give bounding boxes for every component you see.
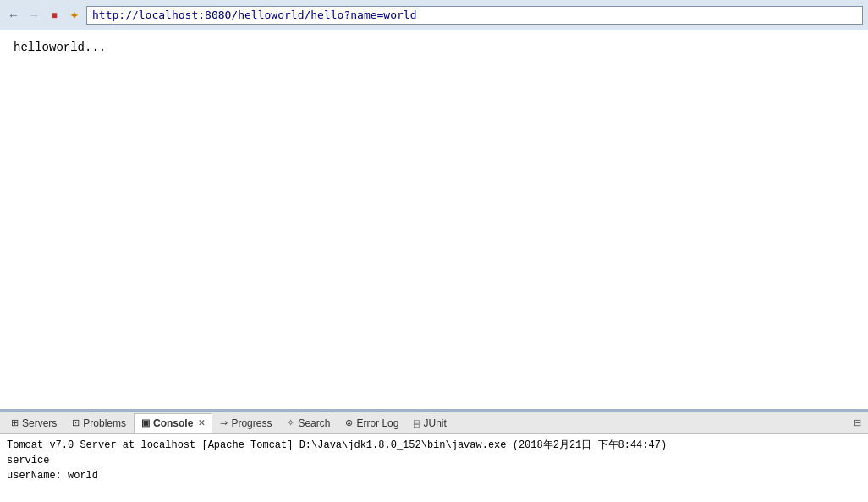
problems-icon: ⊡: [72, 417, 80, 428]
back-button[interactable]: ←: [5, 7, 22, 24]
tab-progress[interactable]: ⇒ Progress: [212, 413, 279, 433]
stop-button[interactable]: ■: [46, 7, 63, 24]
tab-servers-label: Servers: [22, 417, 57, 429]
tab-progress-label: Progress: [231, 417, 272, 429]
servers-icon: ⊞: [11, 417, 19, 428]
refresh-button[interactable]: ✦: [66, 7, 83, 24]
tab-junit-label: JUnit: [423, 417, 446, 429]
address-bar[interactable]: [86, 6, 863, 25]
tab-bar: ⊞ Servers ⊡ Problems ▣ Console ✕ ⇒ Progr…: [0, 412, 868, 434]
console-output: Tomcat v7.0 Server at localhost [Apache …: [0, 434, 868, 502]
progress-icon: ⇒: [220, 417, 228, 428]
tab-search-label: Search: [298, 417, 330, 429]
search-icon: ✧: [287, 417, 294, 428]
browser-content: helloworld...: [0, 30, 868, 411]
console-header-line: Tomcat v7.0 Server at localhost [Apache …: [7, 438, 861, 453]
errorlog-icon: ⊗: [345, 417, 353, 428]
tab-errorlog-label: Error Log: [356, 417, 398, 429]
tab-console[interactable]: ▣ Console ✕: [134, 413, 212, 433]
tab-problems[interactable]: ⊡ Problems: [64, 413, 134, 433]
tab-problems-label: Problems: [83, 417, 126, 429]
console-line-2: userName: world: [7, 468, 861, 483]
tab-search[interactable]: ✧ Search: [279, 413, 338, 433]
tab-bar-actions: ⊟: [850, 416, 865, 430]
console-close-icon[interactable]: ✕: [198, 418, 205, 428]
tab-servers[interactable]: ⊞ Servers: [3, 413, 64, 433]
page-body-text: helloworld...: [14, 41, 106, 54]
tab-errorlog[interactable]: ⊗ Error Log: [338, 413, 406, 433]
tab-console-label: Console: [153, 417, 193, 429]
minimize-panel-button[interactable]: ⊟: [850, 416, 865, 430]
tab-junit[interactable]: ⌸ JUnit: [406, 413, 453, 433]
forward-button[interactable]: →: [25, 7, 42, 24]
console-icon: ▣: [141, 417, 150, 428]
bottom-panel: ⊞ Servers ⊡ Problems ▣ Console ✕ ⇒ Progr…: [0, 411, 868, 502]
junit-icon: ⌸: [414, 418, 420, 428]
console-line-1: service: [7, 453, 861, 468]
browser-toolbar: ← → ■ ✦: [0, 0, 868, 30]
